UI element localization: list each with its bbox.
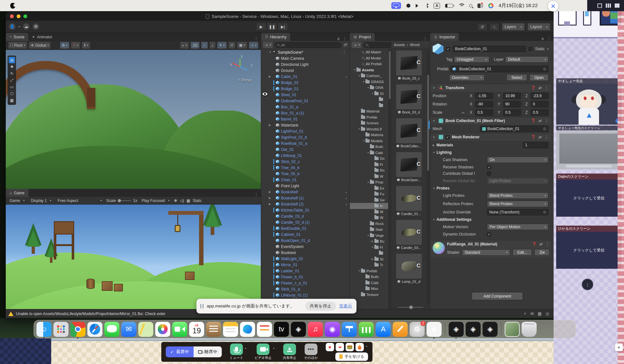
bars-icon[interactable] — [606, 4, 611, 8]
screen-share-header[interactable]: Daijinのスクリーン — [556, 174, 621, 180]
prefab-chevron-icon[interactable]: › — [346, 202, 349, 206]
shader-dropdown[interactable]: Standard▾ — [462, 249, 510, 256]
folder-fold-icon[interactable]: ▼ — [367, 234, 370, 236]
folder-fold-icon[interactable]: ▼ — [372, 92, 374, 95]
hierarchy-item[interactable]: ▶ RowBoat_01_a › — [261, 140, 349, 146]
hierarchy-scene-root[interactable]: ▼ SampleScene* ⋮ — [261, 49, 349, 55]
project-tree-item[interactable]: All Prefab — [350, 61, 388, 67]
material-preview-sphere[interactable] — [433, 242, 445, 254]
project-tree-item[interactable]: Builc — [350, 274, 388, 280]
dynamic-occlusion-checkbox[interactable]: ✓ — [487, 232, 491, 236]
dock-icon[interactable] — [444, 322, 447, 337]
hierarchy-item[interactable]: ▶ Tree_04_b › — [261, 165, 349, 171]
folder-fold-icon[interactable]: ▼ — [358, 75, 361, 77]
tab-hierarchy[interactable]: ☰Hierarchy — [261, 33, 290, 41]
expand-arrow-icon[interactable]: ▶ — [269, 124, 271, 127]
snap-increment-icon[interactable]: ⠿▾ — [71, 42, 80, 49]
project-tree-item[interactable]: ▼ Models — [350, 138, 388, 144]
cast-shadows-dropdown[interactable]: On▾ — [487, 157, 548, 163]
project-tree-item[interactable]: All Model — [350, 55, 388, 61]
component-menu-icon[interactable]: ⋮ — [545, 135, 548, 139]
contribute-gi-checkbox[interactable] — [487, 172, 491, 176]
dock-icon[interactable]: ◈ — [483, 322, 498, 337]
hierarchy-item[interactable]: ▶ Flower_c_a_01 › — [261, 280, 349, 286]
project-tree-item[interactable]: Builc — [350, 144, 388, 150]
project-tree-item[interactable]: Ex — [350, 185, 388, 191]
account-icon[interactable]: 👤 — [9, 23, 15, 30]
dock-icon[interactable]: ◈ — [427, 322, 442, 337]
console-mail-icon[interactable]: ✉ — [530, 311, 534, 316]
hierarchy-item[interactable]: ▶ Box_01_a (1) › — [261, 110, 349, 116]
asset-thumbnail[interactable]: C BookCollec... — [391, 117, 427, 151]
project-tree-item[interactable]: ▼ Prefab — [350, 268, 388, 274]
move-tool[interactable]: ✚ — [9, 64, 15, 70]
z-input[interactable]: 0.5 — [531, 109, 548, 116]
dock-icon[interactable] — [240, 322, 255, 337]
hierarchy-item[interactable]: ▶ Candle_03_d › — [261, 213, 349, 219]
spotlight-icon[interactable] — [469, 4, 472, 7]
hierarchy-item[interactable]: ▶ SignPost_01_b › — [261, 134, 349, 140]
project-tree-item[interactable]: Materia — [350, 132, 388, 138]
play-focused-dropdown[interactable]: Play Focused▾ — [140, 197, 172, 204]
project-tree-item[interactable]: ▼ Cabi — [350, 150, 388, 156]
tag-dropdown[interactable]: Untagged▾ — [454, 56, 489, 63]
hierarchy-menu-icon[interactable]: ⋮ — [343, 36, 347, 41]
scene-menu-icon[interactable]: ⋮ — [254, 36, 258, 41]
project-tree-item[interactable]: W — [350, 174, 388, 180]
tool-settings-icon[interactable]: ⫼▾ — [82, 42, 90, 49]
progress-icon[interactable]: ⚡ — [524, 311, 526, 316]
motion-vectors-dropdown[interactable]: Per Object Motion▾ — [487, 224, 548, 230]
edit-shader-button[interactable]: Edit... — [513, 249, 532, 256]
participant-video[interactable]: ♪ — [556, 84, 621, 125]
aspect-dropdown[interactable]: Free Aspect▾ — [56, 197, 104, 204]
hierarchy-item[interactable]: ▶ Main Camera › — [261, 55, 349, 61]
expand-arrow-icon[interactable]: ▶ — [269, 197, 271, 199]
hierarchy-item[interactable]: ▶ Lifebuoy_01 › — [261, 152, 349, 159]
help-icon[interactable]: ❓ — [532, 242, 537, 246]
project-tree-item[interactable]: Misc — [350, 286, 388, 292]
lighting-fold-icon[interactable]: ▼ — [433, 151, 436, 154]
unity-status-icon[interactable]: ⬢ — [406, 3, 411, 9]
project-vscrollbar[interactable] — [388, 49, 391, 309]
project-tree-item[interactable] — [350, 97, 388, 103]
project-tree-item[interactable]: ▼ Prop — [350, 179, 388, 185]
additional-fold-icon[interactable]: ▼ — [433, 218, 436, 221]
dock-icon[interactable]: 4月 19 — [189, 322, 204, 337]
project-tree-item[interactable]: ▶ Bu — [350, 238, 388, 244]
x-input[interactable]: 0.5 — [475, 109, 493, 116]
layer-dropdown[interactable]: Default▾ — [505, 56, 548, 63]
project-tree-item[interactable]: ▼ Vege — [350, 233, 388, 239]
grid-tool[interactable]: ▦ — [9, 97, 15, 104]
hierarchy-item[interactable]: ▶ Candle_03_d (1) › — [261, 219, 349, 225]
presets-icon[interactable]: ⇄ — [539, 119, 542, 123]
reflection-probes-dropdown[interactable]: Blend Probes▾ — [487, 201, 548, 207]
folder-fold-icon[interactable]: ▼ — [358, 128, 361, 130]
hierarchy-item[interactable]: ▶ Bookshelf (2) › — [261, 201, 349, 207]
dock-icon[interactable]: ◉ — [325, 322, 340, 337]
burger-reaction-button[interactable] — [346, 343, 354, 351]
overrides-dropdown[interactable]: Overrides▾ — [449, 74, 484, 81]
mesh-field[interactable]: BookCollection_01⊙ — [480, 126, 548, 132]
undo-history-icon[interactable]: ↺ — [477, 23, 487, 31]
breadcrumb[interactable]: Assets›Wood — [391, 41, 430, 49]
dock-icon[interactable] — [155, 322, 170, 337]
layout-dropdown[interactable]: Layout▾ — [527, 23, 550, 31]
add-component-button[interactable]: Add Component — [472, 292, 523, 300]
rotate-tool[interactable]: ↻ — [9, 70, 15, 77]
hierarchy-item[interactable]: ▶ BedDouble_01 › — [261, 225, 349, 231]
scene-orientation-gizmo[interactable]: x y z — [229, 56, 252, 78]
ok-circle-icon[interactable]: ◎ — [546, 311, 549, 316]
dock-icon[interactable] — [505, 322, 520, 337]
project-tree-item[interactable]: Do — [350, 156, 388, 162]
vsync-grid-icon[interactable]: ▦ — [187, 198, 190, 203]
project-tree-item[interactable]: Cabi — [350, 280, 388, 286]
tab-game[interactable]: ∞Game — [6, 189, 28, 197]
stats-button[interactable]: Stats — [193, 198, 201, 203]
display-dropdown[interactable]: Display 1▾ — [29, 197, 53, 204]
dock-icon[interactable] — [393, 322, 408, 337]
project-tree-item[interactable]: Material — [350, 108, 388, 114]
audio-toggle-icon[interactable]: ♪ — [210, 42, 215, 49]
component-menu-icon[interactable]: ⋮ — [546, 242, 549, 246]
active-checkbox[interactable]: ✓ — [446, 47, 450, 51]
project-add-button[interactable]: ＋▾ — [352, 42, 361, 48]
